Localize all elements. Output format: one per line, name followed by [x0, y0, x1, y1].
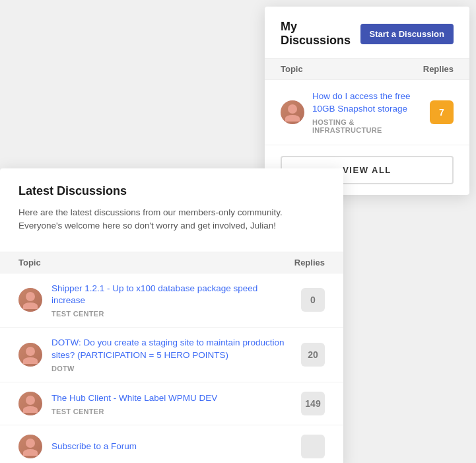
reply-badge: 7	[430, 100, 454, 124]
avatar	[18, 392, 42, 415]
list-item: Shipper 1.2.1 - Up to x100 database pack…	[0, 273, 343, 328]
my-discussions-table-header: Topic Replies	[265, 58, 469, 80]
discussion-category: DOTW	[51, 365, 292, 373]
latest-discussions-description: Here are the latest discussions from our…	[18, 206, 325, 233]
avatar	[281, 100, 304, 124]
discussion-topic-link[interactable]: Shipper 1.2.1 - Up to x100 database pack…	[51, 283, 292, 308]
discussion-info: How do I access the free 10GB Snapshot s…	[312, 90, 422, 134]
discussion-category: TEST CENTER	[51, 310, 292, 318]
my-discussions-title: My Discussions	[281, 20, 360, 48]
replies-column-header: Replies	[423, 64, 454, 74]
discussion-topic-link[interactable]: How do I access the free 10GB Snapshot s…	[312, 90, 422, 116]
avatar	[18, 343, 42, 367]
latest-replies-column-header: Replies	[294, 258, 325, 267]
discussion-topic-link[interactable]: DOTW: Do you create a staging site to ma…	[51, 337, 292, 362]
reply-badge: 0	[301, 288, 325, 312]
my-discussion-row: How do I access the free 10GB Snapshot s…	[265, 80, 469, 145]
avatar-image	[18, 392, 42, 415]
avatar-image	[18, 343, 42, 367]
latest-discussions-card: Latest Discussions Here are the latest d…	[0, 168, 343, 463]
avatar-image	[18, 435, 42, 458]
avatar	[18, 288, 42, 312]
reply-badge: 149	[301, 392, 325, 415]
discussion-category: TEST CENTER	[51, 408, 292, 415]
discussion-category: HOSTING & INFRASTRUCTURE	[312, 118, 422, 134]
topic-column-header: Topic	[281, 64, 303, 74]
discussion-info: DOTW: Do you create a staging site to ma…	[51, 337, 292, 373]
discussion-info: Shipper 1.2.1 - Up to x100 database pack…	[51, 283, 292, 318]
latest-discussions-title: Latest Discussions	[18, 184, 325, 198]
reply-badge	[301, 435, 325, 458]
list-item: Subscribe to a Forum	[0, 425, 343, 463]
discussion-info: Subscribe to a Forum	[51, 441, 292, 453]
avatar-image	[281, 100, 304, 124]
avatar-image	[18, 288, 42, 312]
latest-discussions-header: Latest Discussions Here are the latest d…	[0, 168, 343, 252]
latest-topic-column-header: Topic	[18, 258, 41, 267]
discussion-topic-link[interactable]: The Hub Client - White Label WPMU DEV	[51, 392, 292, 405]
start-discussion-button[interactable]: Start a Discussion	[360, 24, 454, 44]
reply-badge: 20	[301, 343, 325, 367]
avatar	[18, 435, 42, 458]
discussion-topic-link[interactable]: Subscribe to a Forum	[51, 441, 292, 453]
my-discussions-header: My Discussions Start a Discussion	[265, 7, 469, 58]
list-item: DOTW: Do you create a staging site to ma…	[0, 328, 343, 382]
discussion-info: The Hub Client - White Label WPMU DEV TE…	[51, 392, 292, 415]
latest-discussions-table-header: Topic Replies	[0, 252, 343, 273]
list-item: The Hub Client - White Label WPMU DEV TE…	[0, 382, 343, 425]
my-discussions-card: My Discussions Start a Discussion Topic …	[265, 7, 469, 195]
